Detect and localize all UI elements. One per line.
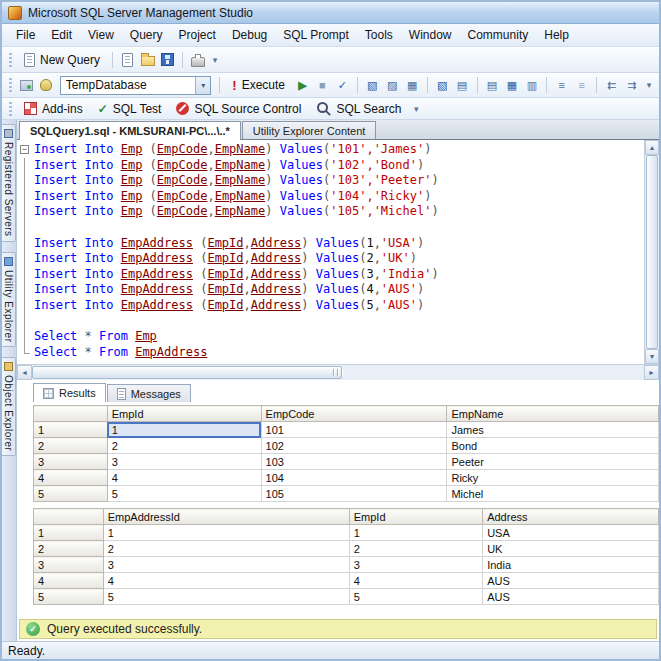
sql-test-button[interactable]: ✓ SQL Test xyxy=(92,100,168,118)
column-header-empid[interactable]: EmpId xyxy=(107,406,261,422)
scroll-down-icon[interactable]: ▾ xyxy=(645,349,659,364)
open-file-icon[interactable] xyxy=(139,51,156,68)
sidebar-tab-registered-servers[interactable]: Registered Servers xyxy=(2,124,16,242)
tab-messages[interactable]: Messages xyxy=(107,384,191,402)
column-header-empaddressid[interactable]: EmpAddressId xyxy=(103,509,349,525)
result-cell[interactable]: India xyxy=(483,557,659,573)
row-header[interactable]: 4 xyxy=(34,470,108,486)
available-databases-icon[interactable] xyxy=(38,77,55,94)
editor-line-6[interactable] xyxy=(17,220,644,236)
emp-results-grid[interactable]: EmpIdEmpCodeEmpName11101James22102Bond33… xyxy=(33,405,659,502)
editor-line-4[interactable]: Insert Into Emp (EmpCode,EmpName) Values… xyxy=(17,189,644,205)
change-connection-icon[interactable] xyxy=(18,77,35,94)
horizontal-scrollbar-thumb[interactable] xyxy=(32,366,342,379)
editor-line-8[interactable]: Insert Into EmpAddress (EmpId,Address) V… xyxy=(17,251,644,267)
editor-line-3[interactable]: Insert Into Emp (EmpCode,EmpName) Values… xyxy=(17,173,644,189)
addins-button[interactable]: Add-ins xyxy=(18,100,89,118)
available-databases-combo[interactable]: TempDatabase ▾ xyxy=(60,76,211,95)
row-header[interactable]: 2 xyxy=(34,541,104,557)
result-cell[interactable]: 2 xyxy=(107,438,261,454)
result-cell[interactable]: 4 xyxy=(103,573,349,589)
result-cell[interactable]: Peeter xyxy=(447,454,659,470)
result-cell[interactable]: AUS xyxy=(483,573,659,589)
result-cell[interactable]: Ricky xyxy=(447,470,659,486)
editor-line-11[interactable]: Insert Into EmpAddress (EmpId,Address) V… xyxy=(17,298,644,314)
tab-utility-explorer-content[interactable]: Utility Explorer Content xyxy=(242,121,377,139)
tab-results[interactable]: Results xyxy=(33,383,106,402)
empaddress-results-grid[interactable]: EmpAddressIdEmpIdAddress111USA222UK333In… xyxy=(33,508,659,605)
tab-sqlquery1[interactable]: SQLQuery1.sql - KMLSURANI-PC\...\..* xyxy=(19,121,241,140)
menu-sql-prompt[interactable]: SQL Prompt xyxy=(275,25,357,45)
menu-file[interactable]: File xyxy=(8,25,43,45)
toolbar-overflow-icon[interactable]: ▾ xyxy=(209,51,221,68)
editor-line-10[interactable]: Insert Into EmpAddress (EmpId,Address) V… xyxy=(17,282,644,298)
menu-view[interactable]: View xyxy=(80,25,122,45)
print-icon[interactable] xyxy=(189,51,206,68)
menu-help[interactable]: Help xyxy=(536,25,577,45)
comment-out-icon[interactable]: ≡ xyxy=(553,77,570,94)
debug-icon[interactable]: ▶ xyxy=(294,77,311,94)
decrease-indent-icon[interactable]: ⇇ xyxy=(603,77,620,94)
editor-line-2[interactable]: Insert Into Emp (EmpCode,EmpName) Values… xyxy=(17,158,644,174)
toolbar-overflow-icon[interactable]: ▾ xyxy=(643,77,655,94)
result-cell[interactable]: Bond xyxy=(447,438,659,454)
save-icon[interactable] xyxy=(159,51,176,68)
combo-dropdown-icon[interactable]: ▾ xyxy=(195,77,210,94)
editor-line-1[interactable]: −Insert Into Emp (EmpCode,EmpName) Value… xyxy=(17,142,644,158)
editor-horizontal-scrollbar[interactable]: ◂ ▸ xyxy=(17,364,659,380)
toolbar-overflow-icon[interactable]: ▾ xyxy=(410,100,422,117)
result-cell[interactable]: 5 xyxy=(103,589,349,605)
scroll-right-icon[interactable]: ▸ xyxy=(644,365,659,380)
result-cell[interactable]: 103 xyxy=(261,454,447,470)
editor-line-12[interactable] xyxy=(17,314,644,330)
result-cell[interactable]: 3 xyxy=(103,557,349,573)
execute-button[interactable]: ! Execute xyxy=(226,76,291,95)
result-cell[interactable]: UK xyxy=(483,541,659,557)
column-header-empcode[interactable]: EmpCode xyxy=(261,406,447,422)
menu-debug[interactable]: Debug xyxy=(224,25,275,45)
result-cell[interactable]: Michel xyxy=(447,486,659,502)
sidebar-tab-utility-explorer[interactable]: Utility Explorer xyxy=(2,252,16,347)
result-cell[interactable]: 105 xyxy=(261,486,447,502)
menu-community[interactable]: Community xyxy=(460,25,537,45)
result-cell[interactable]: 1 xyxy=(349,525,482,541)
row-header[interactable]: 1 xyxy=(34,422,108,438)
result-cell[interactable]: 2 xyxy=(103,541,349,557)
display-estimated-plan-icon[interactable]: ▧ xyxy=(364,77,381,94)
result-cell[interactable]: USA xyxy=(483,525,659,541)
toolbar-grip[interactable] xyxy=(9,102,12,116)
menu-query[interactable]: Query xyxy=(122,25,171,45)
result-cell[interactable]: 4 xyxy=(349,573,482,589)
result-cell[interactable]: 4 xyxy=(107,470,261,486)
scroll-up-icon[interactable]: ▴ xyxy=(645,140,659,155)
result-cell[interactable]: 3 xyxy=(107,454,261,470)
include-client-statistics-icon[interactable]: ▤ xyxy=(454,77,471,94)
row-header[interactable]: 2 xyxy=(34,438,108,454)
grid-corner[interactable] xyxy=(34,406,108,422)
new-document-icon[interactable] xyxy=(119,51,136,68)
sql-search-button[interactable]: SQL Search xyxy=(310,99,407,118)
query-options-icon[interactable]: ▨ xyxy=(384,77,401,94)
vertical-scrollbar-thumb[interactable] xyxy=(646,155,658,349)
result-cell[interactable]: AUS xyxy=(483,589,659,605)
toolbar-grip[interactable] xyxy=(9,78,12,92)
sidebar-tab-object-explorer[interactable]: Object Explorer xyxy=(2,357,16,456)
result-cell[interactable]: 3 xyxy=(349,557,482,573)
result-cell[interactable]: 5 xyxy=(107,486,261,502)
sql-source-control-button[interactable]: SQL Source Control xyxy=(170,100,307,118)
result-cell[interactable]: 5 xyxy=(349,589,482,605)
row-header[interactable]: 1 xyxy=(34,525,104,541)
row-header[interactable]: 3 xyxy=(34,454,108,470)
result-cell[interactable]: James xyxy=(447,422,659,438)
grid-corner[interactable] xyxy=(34,509,104,525)
editor-vertical-scrollbar[interactable]: ▴ ▾ xyxy=(644,140,659,364)
result-cell[interactable]: 104 xyxy=(261,470,447,486)
row-header[interactable]: 4 xyxy=(34,573,104,589)
row-header[interactable]: 3 xyxy=(34,557,104,573)
fold-collapse-icon[interactable]: − xyxy=(20,145,29,154)
stop-icon[interactable]: ■ xyxy=(314,77,331,94)
include-actual-plan-icon[interactable]: ▧ xyxy=(434,77,451,94)
results-to-grid-icon[interactable]: ▦ xyxy=(503,77,520,94)
editor-line-7[interactable]: Insert Into EmpAddress (EmpId,Address) V… xyxy=(17,236,644,252)
row-header[interactable]: 5 xyxy=(34,589,104,605)
